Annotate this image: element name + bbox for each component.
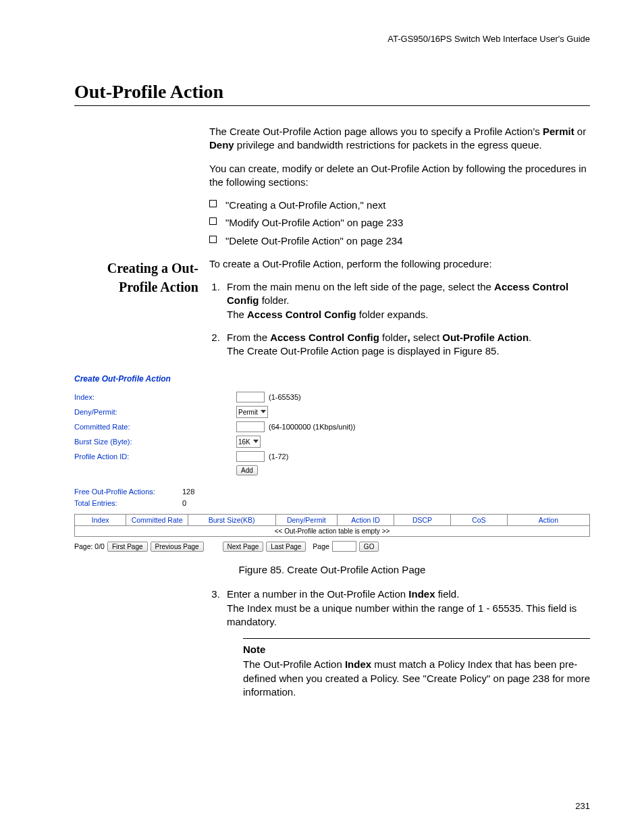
text: .	[529, 332, 531, 343]
text: From the	[227, 332, 270, 343]
step-3: Enter a number in the Out-Profile Action…	[223, 588, 590, 699]
text-bold: Access Control Config	[247, 309, 356, 320]
committed-rate-input[interactable]	[236, 421, 265, 432]
text-bold: Deny	[209, 139, 234, 151]
col-deny-permit: Deny/Permit	[275, 515, 338, 526]
intro-bullets: "Creating a Out-Profile Action," next "M…	[209, 199, 590, 248]
select-value: Permit	[238, 409, 258, 416]
text: folder expands.	[356, 309, 429, 320]
figure-screenshot: Create Out-Profile Action Index: (1-6553…	[74, 374, 590, 552]
text-bold: ,	[408, 332, 413, 343]
index-input[interactable]	[236, 392, 265, 402]
label-deny-permit: Deny/Permit:	[74, 408, 236, 416]
intro-paragraph-2: You can create, modify or delete an Out-…	[209, 162, 590, 190]
label-total-entries: Total Entries:	[74, 499, 182, 507]
hint-committed-rate: (64-1000000 (1Kbps/unit))	[269, 423, 355, 431]
text-bold: Index	[408, 588, 435, 600]
text: field.	[435, 588, 460, 600]
heading-line: Profile Action	[119, 280, 198, 294]
label-index: Index:	[74, 393, 236, 401]
page-info: Page: 0/0	[74, 542, 105, 550]
text: The Index must be a unique number within…	[227, 602, 576, 627]
panel-title: Create Out-Profile Action	[74, 374, 590, 384]
hint-index: (1-65535)	[269, 393, 301, 401]
intro-paragraph-1: The Create Out-Profile Action page allow…	[209, 125, 590, 153]
procedure-steps: From the main menu on the left side of t…	[209, 280, 590, 358]
last-page-button[interactable]: Last Page	[266, 542, 306, 552]
figure-caption: Figure 85. Create Out-Profile Action Pag…	[74, 564, 590, 575]
square-bullet-icon	[209, 200, 217, 207]
col-action: Action	[507, 515, 589, 526]
page-number: 231	[575, 801, 590, 811]
deny-permit-select[interactable]: Permit	[236, 406, 268, 418]
previous-page-button[interactable]: Previous Page	[151, 542, 204, 552]
text: Enter a number in the Out-Profile Action	[227, 588, 408, 600]
note-block: Note The Out-Profile Action Index must m…	[243, 638, 590, 699]
text: select	[413, 332, 442, 343]
text: The Create Out-Profile Action page allow…	[209, 126, 543, 137]
bullet-text: "Creating a Out-Profile Action," next	[225, 199, 385, 211]
step-2: From the Access Control Config folder, s…	[223, 331, 590, 359]
page-input[interactable]	[332, 541, 356, 552]
col-action-id: Action ID	[338, 515, 394, 526]
text: The Create Out-Profile Action page is di…	[227, 345, 500, 357]
procedure-steps-cont: Enter a number in the Out-Profile Action…	[209, 588, 590, 699]
section-title: Out-Profile Action	[74, 81, 590, 106]
select-value: 16K	[238, 438, 250, 446]
label-free-actions: Free Out-Profile Actions:	[74, 488, 182, 496]
label-committed-rate: Committed Rate:	[74, 423, 236, 431]
profile-action-id-input[interactable]	[236, 451, 265, 462]
bullet-item: "Creating a Out-Profile Action," next	[209, 199, 590, 212]
text: folder.	[259, 294, 289, 306]
doc-header: AT-GS950/16PS Switch Web Interface User'…	[74, 34, 590, 44]
table-empty-message: << Out-Profile action table is empty >>	[75, 526, 590, 537]
square-bullet-icon	[209, 217, 217, 225]
page-label: Page	[313, 542, 329, 550]
text: or	[574, 126, 587, 137]
label-profile-action-id: Profile Action ID:	[74, 452, 236, 461]
col-cos: CoS	[450, 515, 507, 526]
text: From the main menu on the left side of t…	[227, 281, 494, 292]
actions-table: Index Committed Rate Burst Size(KB) Deny…	[74, 514, 590, 537]
text: The Out-Profile Action	[243, 658, 345, 670]
first-page-button[interactable]: First Page	[107, 542, 148, 552]
hint-profile-action-id: (1-72)	[269, 452, 288, 461]
text-bold: Out-Profile Action	[442, 332, 529, 343]
value-free-actions: 128	[182, 488, 223, 496]
col-dscp: DSCP	[394, 515, 451, 526]
next-page-button[interactable]: Next Page	[223, 542, 264, 552]
text-bold: Permit	[543, 126, 574, 137]
bullet-text: "Delete Out-Profile Action" on page 234	[225, 235, 402, 246]
note-label: Note	[243, 643, 590, 656]
col-index: Index	[75, 515, 126, 526]
bullet-text: "Modify Out-Profile Action" on page 233	[225, 217, 403, 228]
go-button[interactable]: GO	[359, 542, 379, 552]
text: folder	[379, 332, 408, 343]
square-bullet-icon	[209, 236, 217, 243]
value-total-entries: 0	[182, 499, 186, 507]
col-burst-size: Burst Size(KB)	[188, 515, 275, 526]
text: The	[227, 309, 247, 320]
burst-size-select[interactable]: 16K	[236, 436, 261, 448]
pager: Page: 0/0 First Page Previous Page Next …	[74, 541, 590, 552]
subsection-heading: Creating a Out- Profile Action	[74, 257, 209, 368]
heading-line: Creating a Out-	[107, 261, 198, 276]
bullet-item: "Delete Out-Profile Action" on page 234	[209, 234, 590, 248]
bullet-item: "Modify Out-Profile Action" on page 233	[209, 216, 590, 230]
text-bold: Access Control Config	[270, 332, 379, 343]
text-bold: Index	[345, 658, 371, 670]
subsection-lead: To create a Out-Profile Action, perform …	[209, 257, 590, 271]
text: privilege and bandwidth restrictions for…	[234, 139, 542, 151]
label-burst-size: Burst Size (Byte):	[74, 438, 236, 446]
step-1: From the main menu on the left side of t…	[223, 280, 590, 321]
add-button[interactable]: Add	[236, 465, 258, 475]
col-committed-rate: Committed Rate	[126, 515, 188, 526]
